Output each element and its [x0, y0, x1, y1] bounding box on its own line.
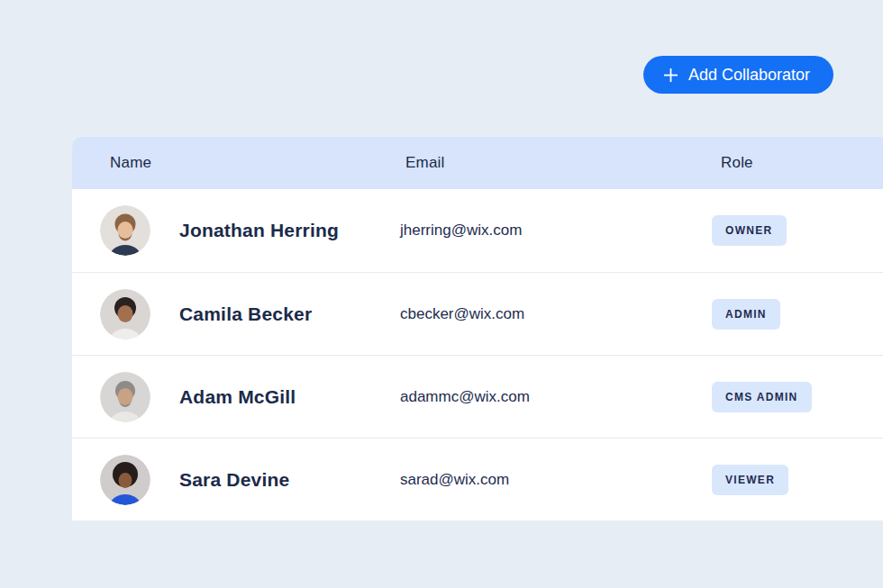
avatar [100, 455, 150, 505]
role-badge: ADMIN [712, 299, 780, 330]
collaborator-name: Jonathan Herring [179, 220, 400, 241]
table-header-row: Name Email Role [72, 137, 883, 189]
collaborator-name: Camila Becker [179, 303, 400, 325]
collaborator-name: Sara Devine [179, 469, 400, 491]
avatar [100, 372, 150, 422]
table-row[interactable]: Sara Devine sarad@wix.com VIEWER [72, 438, 883, 520]
column-header-role: Role [712, 154, 883, 172]
role-badge: CMS ADMIN [712, 382, 812, 412]
collaborator-name: Adam McGill [179, 386, 400, 408]
table-row[interactable]: Camila Becker cbecker@wix.com ADMIN [72, 272, 883, 355]
collaborator-email: cbecker@wix.com [400, 305, 712, 323]
column-header-name: Name [110, 154, 400, 172]
plus-icon [663, 68, 678, 83]
add-collaborator-label: Add Collaborator [688, 66, 810, 85]
table-row[interactable]: Jonathan Herring jherring@wix.com OWNER [72, 189, 883, 272]
column-header-email: Email [400, 154, 712, 172]
add-collaborator-button[interactable]: Add Collaborator [643, 56, 833, 94]
avatar [100, 289, 150, 339]
role-badge: OWNER [712, 215, 787, 246]
collaborator-email: adammc@wix.com [400, 388, 712, 406]
collaborator-email: jherring@wix.com [400, 222, 712, 240]
collaborator-email: sarad@wix.com [400, 471, 712, 489]
avatar [100, 205, 150, 256]
table-row[interactable]: Adam McGill adammc@wix.com CMS ADMIN [72, 355, 883, 438]
role-badge: VIEWER [712, 465, 788, 495]
collaborators-table: Name Email Role Jonathan Herring jherrin… [72, 137, 883, 520]
collaborators-page: Add Collaborator Name Email Role Jonatha… [0, 0, 883, 588]
